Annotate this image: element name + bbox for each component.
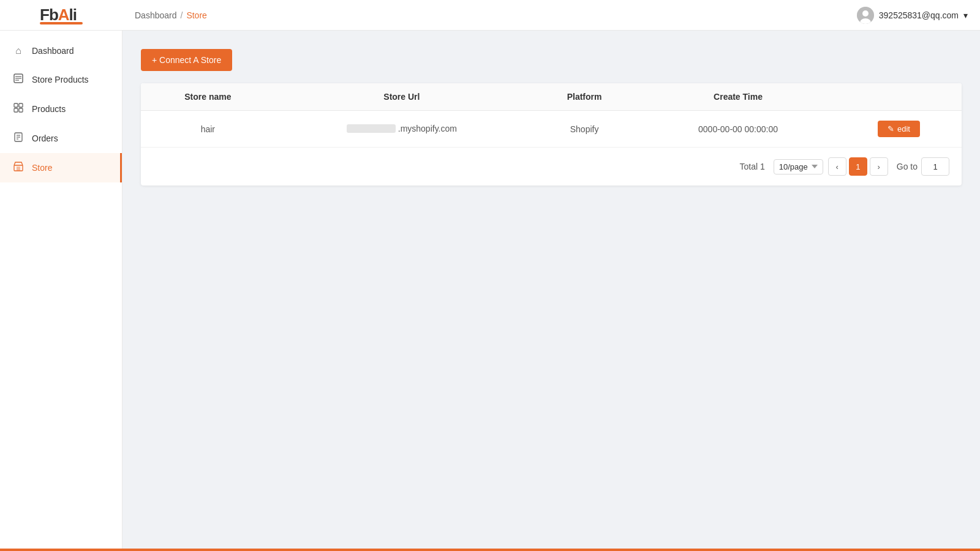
sidebar-item-products[interactable]: Products <box>0 94 122 124</box>
sidebar-item-label: Orders <box>32 133 58 143</box>
cell-actions: ✎ edit <box>836 111 962 148</box>
prev-page-button[interactable]: ‹ <box>828 157 846 176</box>
edit-button[interactable]: ✎ edit <box>878 121 920 137</box>
col-store-url: Store Url <box>275 83 529 111</box>
user-email: 392525831@qq.com <box>879 10 959 20</box>
edit-label: edit <box>897 124 910 133</box>
pagination: Total 1 10/page 20/page 50/page ‹ 1 › Go… <box>141 148 962 186</box>
sidebar: ⌂ Dashboard Store Products <box>0 31 123 551</box>
connect-store-button[interactable]: + Connect A Store <box>141 49 232 71</box>
products-icon <box>12 103 24 115</box>
store-url-blurred: .myshopify.com <box>347 124 457 133</box>
pagination-nav: ‹ 1 › <box>828 157 888 176</box>
user-info[interactable]: 392525831@qq.com ▾ <box>857 7 968 24</box>
logo-area: FbAli <box>0 6 123 24</box>
cell-store-url: .myshopify.com <box>275 111 529 148</box>
header: FbAli Dashboard / Store 392525831@qq.com… <box>0 0 980 31</box>
table-header-row: Store name Store Url Platform Create Tim… <box>141 83 962 111</box>
col-store-name: Store name <box>141 83 275 111</box>
next-page-button[interactable]: › <box>870 157 888 176</box>
logo-wrapper: FbAli <box>40 6 83 24</box>
breadcrumb-separator: / <box>181 10 183 20</box>
goto-area: Go to <box>897 157 949 176</box>
breadcrumb: Dashboard / Store <box>123 10 207 20</box>
col-platform: Platform <box>529 83 640 111</box>
svg-rect-9 <box>14 108 18 112</box>
sidebar-item-label: Store <box>32 163 52 173</box>
user-dropdown-icon: ▾ <box>963 10 968 20</box>
page-button-1[interactable]: 1 <box>849 157 867 176</box>
goto-label: Go to <box>897 162 918 171</box>
bottom-bar <box>0 549 980 551</box>
sidebar-item-label: Dashboard <box>32 46 74 56</box>
sidebar-item-store[interactable]: Store <box>0 153 122 182</box>
sidebar-item-orders[interactable]: Orders <box>0 124 122 153</box>
svg-rect-16 <box>17 167 20 171</box>
cell-create-time: 0000-00-00 00:00:00 <box>640 111 836 148</box>
pagination-total-label: Total 1 <box>739 162 764 171</box>
orders-icon <box>12 132 24 144</box>
store-icon <box>12 162 24 174</box>
main-content: + Connect A Store Store name Store Url P… <box>123 31 980 551</box>
blurred-url-part <box>347 124 396 133</box>
avatar <box>857 7 874 24</box>
col-actions <box>836 83 962 111</box>
svg-rect-10 <box>19 108 23 112</box>
home-icon: ⌂ <box>12 45 24 56</box>
sidebar-item-label: Products <box>32 104 66 114</box>
tag-icon <box>12 73 24 86</box>
goto-input[interactable] <box>921 157 949 176</box>
table-row: hair .myshopify.com Shopify 0000-00-00 0… <box>141 111 962 148</box>
sidebar-item-store-products[interactable]: Store Products <box>0 65 122 94</box>
svg-rect-7 <box>14 103 18 107</box>
store-table: Store name Store Url Platform Create Tim… <box>141 83 962 148</box>
cell-store-name: hair <box>141 111 275 148</box>
breadcrumb-current: Store <box>186 10 206 20</box>
col-create-time: Create Time <box>640 83 836 111</box>
header-left: FbAli Dashboard / Store <box>0 6 207 24</box>
logo-underline <box>40 22 83 24</box>
store-url-suffix: .myshopify.com <box>398 124 457 133</box>
svg-point-1 <box>862 10 869 17</box>
page-size-select[interactable]: 10/page 20/page 50/page <box>774 159 823 174</box>
edit-pencil-icon: ✎ <box>888 124 894 133</box>
breadcrumb-home[interactable]: Dashboard <box>135 10 177 20</box>
sidebar-item-label: Store Products <box>32 75 89 84</box>
store-table-card: Store name Store Url Platform Create Tim… <box>141 83 962 186</box>
sidebar-item-dashboard[interactable]: ⌂ Dashboard <box>0 37 122 65</box>
svg-rect-8 <box>19 103 23 107</box>
layout: ⌂ Dashboard Store Products <box>0 31 980 551</box>
cell-platform: Shopify <box>529 111 640 148</box>
